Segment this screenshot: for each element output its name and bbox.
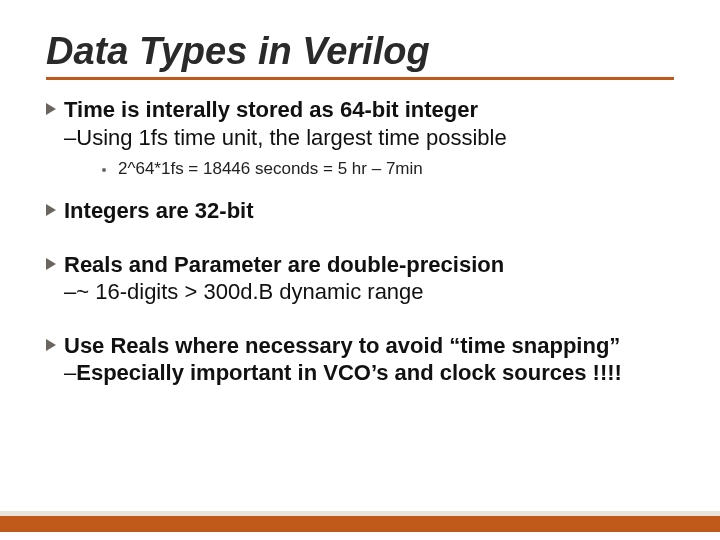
slide-content: Time is interally stored as 64-bit integ… (46, 96, 674, 387)
bullet-line-2-text: Especially important in VCO’s and clock … (76, 360, 622, 385)
sub-bullet-item: 2^64*1fs = 18446 seconds = 5 hr – 7min (102, 159, 674, 179)
dash-icon: – (64, 125, 76, 150)
triangle-bullet-icon (46, 258, 56, 270)
svg-marker-3 (46, 339, 56, 351)
bullet-line-1: Integers are 32-bit (64, 197, 674, 225)
bullet-line-2-text: Using 1fs time unit, the largest time po… (76, 125, 506, 150)
bullet-line-1: Time is interally stored as 64-bit integ… (64, 96, 674, 124)
bullet-item: Time is interally stored as 64-bit integ… (46, 96, 674, 151)
triangle-bullet-icon (46, 204, 56, 216)
bullet-body: Reals and Parameter are double-precision… (64, 251, 674, 306)
slide-title: Data Types in Verilog (46, 30, 674, 80)
bullet-line-2: –Using 1fs time unit, the largest time p… (64, 124, 674, 152)
dash-icon: – (64, 360, 76, 385)
bullet-item: Use Reals where necessary to avoid “time… (46, 332, 674, 387)
triangle-bullet-icon (46, 339, 56, 351)
triangle-bullet-icon (46, 103, 56, 115)
bullet-item: Reals and Parameter are double-precision… (46, 251, 674, 306)
sub-bullet-text: 2^64*1fs = 18446 seconds = 5 hr – 7min (118, 159, 423, 179)
bullet-item: Integers are 32-bit (46, 197, 674, 225)
bullet-line-1: Use Reals where necessary to avoid “time… (64, 332, 674, 360)
slide: Data Types in Verilog Time is interally … (0, 0, 720, 540)
bullet-line-2-text: ~ 16-digits > 300d.B dynamic range (76, 279, 423, 304)
bullet-line-1: Reals and Parameter are double-precision (64, 251, 674, 279)
dot-bullet-icon (102, 168, 106, 172)
bullet-line-2: –Especially important in VCO’s and clock… (64, 359, 674, 387)
bullet-body: Time is interally stored as 64-bit integ… (64, 96, 674, 151)
svg-marker-1 (46, 204, 56, 216)
footer-bar (0, 516, 720, 532)
svg-marker-2 (46, 258, 56, 270)
bullet-body: Use Reals where necessary to avoid “time… (64, 332, 674, 387)
svg-marker-0 (46, 103, 56, 115)
dash-icon: – (64, 279, 76, 304)
bullet-body: Integers are 32-bit (64, 197, 674, 225)
bullet-line-2: –~ 16-digits > 300d.B dynamic range (64, 278, 674, 306)
